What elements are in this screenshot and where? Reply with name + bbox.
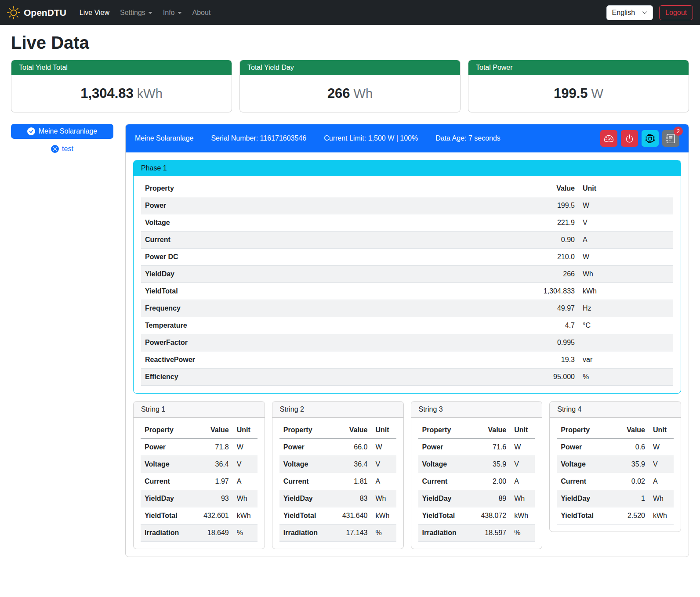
nav-item-settings[interactable]: Settings [115, 5, 158, 20]
unit-cell: A [510, 473, 535, 490]
property-cell: YieldDay [279, 490, 335, 507]
language-selector[interactable]: English [606, 5, 653, 20]
unit-cell: W [510, 439, 535, 456]
table-row: Power DC210.0W [141, 249, 673, 266]
value-cell: 4.7 [500, 317, 579, 334]
nav-item-label: Live View [80, 9, 109, 17]
table-row: YieldTotal2.520kWh [557, 507, 674, 525]
phase-table: Property Value Unit Power199.5WVoltage22… [141, 180, 673, 386]
summary-card-value: 266 [327, 86, 350, 101]
property-cell: YieldDay [141, 266, 500, 283]
event-log-button[interactable]: 2 [662, 130, 679, 147]
inverter-panel: Meine Solaranlage Serial Number: 1161716… [125, 124, 689, 557]
table-header-row: PropertyValueUnit [141, 422, 258, 439]
string-table-body: Power71.6WVoltage35.9VCurrent2.00AYieldD… [418, 439, 535, 542]
chevron-down-icon [148, 12, 152, 14]
limit-settings-button[interactable] [600, 130, 617, 147]
table-header-row: PropertyValueUnit [557, 422, 674, 439]
phase-card: Phase 1 Property Value Unit [133, 160, 681, 394]
power-settings-button[interactable] [621, 130, 638, 147]
nav-item-about[interactable]: About [187, 5, 216, 20]
table-row: YieldTotal1,304.833kWh [141, 283, 673, 300]
value-cell: 35.9 [473, 456, 510, 473]
summary-card-value: 1,304.83 [80, 86, 134, 101]
device-info-button[interactable] [642, 130, 659, 147]
cpu-icon [646, 134, 655, 143]
unit-cell: A [649, 473, 674, 490]
value-cell: 36.4 [196, 456, 233, 473]
value-cell: 2.520 [612, 507, 649, 525]
value-cell: 95.000 [500, 369, 579, 386]
power-icon [625, 134, 634, 143]
unit-cell: % [372, 525, 396, 542]
nav-item-info[interactable]: Info [158, 5, 187, 20]
property-cell: Voltage [279, 456, 335, 473]
value-cell: 83 [335, 490, 372, 507]
table-row: Power199.5W [141, 197, 673, 214]
value-cell: 1,304.833 [500, 283, 579, 300]
column-header-property: Property [557, 422, 612, 439]
column-header-property: Property [418, 422, 474, 439]
unit-cell: kWh [579, 283, 673, 300]
string-card-3: String 3PropertyValueUnitPower71.6WVolta… [411, 401, 543, 549]
sidebar-item-test[interactable]: test [11, 145, 113, 153]
unit-cell: W [233, 439, 258, 456]
string-card-4: String 4PropertyValueUnitPower0.6WVoltag… [549, 401, 681, 532]
column-header-value: Value [196, 422, 233, 439]
check-circle-icon [27, 127, 35, 135]
nav-item-live-view[interactable]: Live View [74, 5, 115, 20]
table-row: Power71.8W [141, 439, 258, 456]
summary-card-total-power: Total Power 199.5W [468, 60, 689, 112]
string-card-title: String 1 [134, 402, 265, 418]
property-cell: Power [141, 197, 500, 214]
table-row: YieldTotal432.601kWh [141, 507, 258, 525]
property-cell: Voltage [141, 214, 500, 232]
unit-cell: % [579, 369, 673, 386]
value-cell: 1.97 [196, 473, 233, 490]
property-cell: Voltage [141, 456, 196, 473]
navbar: OpenDTU Live View Settings Info About En… [0, 0, 700, 25]
summary-card-title: Total Yield Total [11, 60, 232, 75]
table-row: Efficiency95.000% [141, 369, 673, 386]
unit-cell: W [579, 197, 673, 214]
property-cell: Current [557, 473, 612, 490]
chevron-down-icon [178, 12, 182, 14]
unit-cell: V [233, 456, 258, 473]
gauge-icon [604, 134, 613, 143]
sidebar-item-meine-solaranlage[interactable]: Meine Solaranlage [11, 124, 113, 139]
table-row: Voltage35.9V [418, 456, 535, 473]
table-row: YieldDay93Wh [141, 490, 258, 507]
unit-cell: Wh [233, 490, 258, 507]
property-cell: YieldDay [557, 490, 612, 507]
table-header-row: Property Value Unit [141, 180, 673, 197]
table-row: Current0.02A [557, 473, 674, 490]
value-cell: 66.0 [335, 439, 372, 456]
unit-cell: A [233, 473, 258, 490]
table-row: Current0.90A [141, 232, 673, 249]
brand[interactable]: OpenDTU [7, 6, 66, 19]
table-header-row: PropertyValueUnit [279, 422, 396, 439]
event-count-badge: 2 [674, 127, 683, 136]
summary-card-total-yield-total: Total Yield Total 1,304.83kWh [11, 60, 232, 112]
string-table-body: Power66.0WVoltage36.4VCurrent1.81AYieldD… [279, 439, 396, 542]
value-cell: 199.5 [500, 197, 579, 214]
unit-cell: °C [579, 317, 673, 334]
unit-cell: Wh [372, 490, 396, 507]
logout-button[interactable]: Logout [659, 5, 693, 20]
string-table-body: Power71.8WVoltage36.4VCurrent1.97AYieldD… [141, 439, 258, 542]
chevron-down-icon [642, 10, 647, 15]
unit-cell: % [233, 525, 258, 542]
value-cell: 36.4 [335, 456, 372, 473]
column-header-property: Property [141, 180, 500, 197]
property-cell: YieldTotal [141, 283, 500, 300]
table-row: Power66.0W [279, 439, 396, 456]
value-cell: 0.6 [612, 439, 649, 456]
value-cell: 432.601 [196, 507, 233, 525]
string-card-title: String 4 [550, 402, 681, 418]
unit-cell: kWh [372, 507, 396, 525]
value-cell: 93 [196, 490, 233, 507]
property-cell: YieldTotal [141, 507, 196, 525]
property-cell: Power [418, 439, 474, 456]
table-row: YieldDay83Wh [279, 490, 396, 507]
value-cell: 18.649 [196, 525, 233, 542]
